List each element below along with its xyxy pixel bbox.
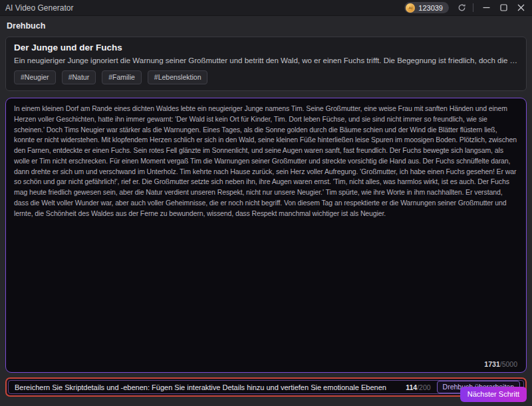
story-description: Ein neugieriger Junge ignoriert die Warn… — [14, 56, 518, 64]
refresh-button[interactable] — [454, 2, 469, 14]
revision-prompt-input[interactable] — [15, 383, 400, 391]
titlebar: AI Video Generator AI 123039 — [0, 0, 532, 16]
minimize-button[interactable] — [477, 1, 495, 15]
revision-char-limit: /200 — [417, 383, 430, 391]
story-card: Der Junge und der Fuchs Ein neugieriger … — [5, 37, 527, 91]
script-char-count: 1731 — [484, 360, 499, 368]
titlebar-separator — [473, 3, 473, 12]
credits-pill[interactable]: AI 123039 — [404, 2, 449, 13]
tag: #Natur — [62, 70, 96, 84]
app-title: AI Video Generator — [5, 3, 74, 13]
script-textarea[interactable]: In einem kleinen Dorf am Rande eines dic… — [14, 104, 518, 356]
minimize-icon — [483, 4, 490, 11]
coin-icon: AI — [406, 3, 415, 13]
credits-count: 123039 — [418, 4, 443, 12]
next-step-button[interactable]: Nächster Schritt — [460, 387, 527, 402]
revision-bar-highlight: 114/200 Drehbuch überarbeiten — [5, 377, 527, 397]
tag: #Familie — [102, 70, 142, 84]
tag: #Neugier — [14, 70, 56, 84]
script-char-counter: 1731/5000 — [484, 360, 517, 368]
maximize-icon — [500, 4, 507, 11]
revision-bar: 114/200 Drehbuch überarbeiten — [8, 380, 524, 394]
revision-char-count: 114 — [406, 383, 417, 391]
tags-row: #Neugier#Natur#Familie#Lebenslektion — [14, 70, 518, 84]
main-content: Drehbuch Der Junge und der Fuchs Ein neu… — [0, 16, 532, 397]
story-title: Der Junge und der Fuchs — [14, 43, 518, 52]
maximize-button[interactable] — [495, 1, 512, 15]
revision-char-counter: 114/200 — [406, 383, 430, 391]
page-title: Drehbuch — [7, 21, 527, 31]
refresh-icon — [458, 3, 466, 12]
tag: #Lebenslektion — [148, 70, 208, 84]
close-button[interactable] — [512, 1, 529, 15]
close-icon — [517, 4, 525, 11]
titlebar-controls: AI 123039 — [404, 1, 529, 15]
script-editor-container: In einem kleinen Dorf am Rande eines dic… — [5, 98, 527, 373]
script-char-limit: /5000 — [500, 360, 517, 368]
